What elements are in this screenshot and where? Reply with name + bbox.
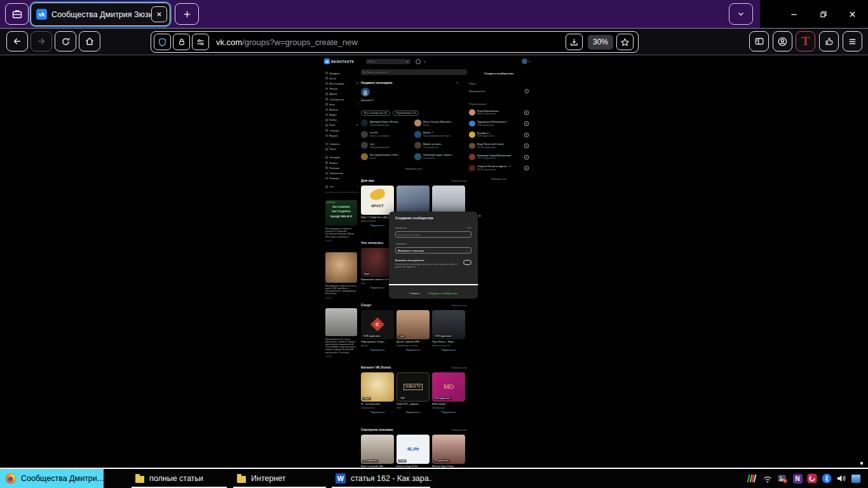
subscribe-link[interactable]: Подписаться <box>397 411 430 414</box>
red-swirl-app-icon[interactable] <box>807 473 817 484</box>
section-show-all-link[interactable]: Показать все <box>452 179 467 182</box>
recommended-community[interactable]: Подслушано Юбилейное ✓ 1,4M подписчиков … <box>469 119 529 128</box>
user-avatar[interactable] <box>522 58 527 64</box>
menu-button[interactable] <box>843 31 862 51</box>
sidebar-item[interactable]: Закладки <box>325 155 358 160</box>
sidebar-item[interactable]: Маркет <box>325 133 358 138</box>
tab-list-button[interactable] <box>729 3 753 25</box>
network-icon[interactable] <box>763 473 773 484</box>
subscribe-plus-button[interactable]: + <box>524 155 529 159</box>
sidebar-item[interactable]: Сообщества <box>325 97 358 102</box>
community-card[interactable]: 4Life 41 друг Бизнес Клуб 4Life Предприн… <box>397 435 430 470</box>
show-all-link[interactable]: Показать все <box>469 177 529 180</box>
sidebar-item[interactable]: Профиль <box>325 71 358 76</box>
create-community-button[interactable]: Создать сообщество <box>469 72 529 75</box>
downloads-button[interactable] <box>566 34 583 50</box>
recommended-community[interactable]: Влад Пасечный | Lovely 778,8K подписчико… <box>469 142 529 150</box>
sidebar-item[interactable]: тест 1 <box>325 184 358 189</box>
permissions-button[interactable] <box>192 34 209 50</box>
subscribe-link[interactable]: Подписаться <box>361 411 394 414</box>
sidebar-item[interactable]: Клипы <box>325 118 358 123</box>
cancel-button[interactable]: Отмена <box>409 292 419 295</box>
recommended-community[interactable]: Юлия Барановская 898,8K подписчиков + <box>469 109 529 117</box>
display-icon[interactable] <box>851 473 861 484</box>
extension-t-icon[interactable] <box>796 31 815 51</box>
restore-button[interactable] <box>808 0 837 28</box>
search-link[interactable]: Поиск <box>469 82 529 85</box>
remove-icon[interactable]: − <box>525 89 529 93</box>
community-item[interactable]: Дмитрий Зюзин | Интер... Программировани… <box>361 119 414 126</box>
community-item[interactable]: Baxter ✓ Программирование/Обмен... <box>414 131 467 138</box>
url-bar[interactable]: vk.com/groups?w=groups_create_new 30% <box>151 31 639 53</box>
community-name-input[interactable]: Введите название <box>395 231 471 238</box>
tab-all-communities[interactable]: Все сообщества 40 <box>361 111 390 116</box>
taskbar-button[interactable]: полные статьи <box>130 469 229 488</box>
subscribe-link[interactable]: Подписаться <box>397 349 430 351</box>
tab-close-button[interactable] <box>151 6 167 22</box>
sidebar-item[interactable]: Управление <box>325 170 358 175</box>
ad-card[interactable]: Преображение 50+, путь в миллионеры. seb… <box>325 308 357 358</box>
community-card[interactable]: МО 8,1K подписчиков Мой обряд • Прорицан… <box>432 372 465 419</box>
sidebar-item[interactable]: Стикеры <box>325 128 358 133</box>
back-button[interactable] <box>6 31 28 51</box>
sidebar-item[interactable]: Мессенджер 14 <box>325 81 358 86</box>
subscribe-plus-button[interactable]: + <box>524 111 529 115</box>
account-button[interactable] <box>773 31 792 51</box>
bluetooth-icon[interactable] <box>822 473 832 484</box>
subscribe-link[interactable]: Подписаться <box>432 349 465 351</box>
dismiss-recent-icon[interactable]: × <box>456 81 458 85</box>
ad-card[interactable]: HOSTKEY РАССКАЖЕМ, КАК ПОДНЯТЬ SLA ДО 99… <box>325 200 357 242</box>
sidebar-item[interactable]: Файлы <box>325 160 358 165</box>
photos-alert-icon[interactable] <box>777 473 787 484</box>
recent-community-avatar[interactable] <box>361 88 370 97</box>
section-show-all-link[interactable]: Показать все <box>452 428 467 431</box>
music-icon[interactable]: ♪ <box>424 60 426 64</box>
messages-icon[interactable]: … <box>416 59 421 64</box>
subscribe-plus-button[interactable]: + <box>524 121 529 126</box>
sidebar-item[interactable]: Сервисы <box>325 141 358 146</box>
taskbar-button[interactable]: Интернет <box>231 469 328 488</box>
recommended-community[interactable]: Сборная России по футбо... ✓ 880,8K подп… <box>469 164 529 172</box>
taskbar-button[interactable]: статья 162 - Как зара... <box>330 469 432 488</box>
sidebar-item[interactable]: Лента <box>325 76 358 81</box>
avatar-chevron-icon[interactable]: ▾ <box>529 60 530 63</box>
sidebar-item[interactable]: Фото 3 <box>325 102 358 107</box>
subscribe-link[interactable]: Подписаться <box>432 411 465 414</box>
tab-managed[interactable]: Управляемые 13 <box>393 111 419 116</box>
community-item[interactable]: Время на лечо... Основной план <box>414 142 467 149</box>
volume-icon[interactable] <box>836 473 846 484</box>
subscribe-plus-button[interactable]: + <box>524 166 529 170</box>
connection-lock-button[interactable] <box>173 34 190 50</box>
like-extension-button[interactable] <box>819 31 839 51</box>
community-item[interactable]: Илья Сотник | Мьюзикл... Блоги <box>414 119 467 126</box>
close-window-button[interactable] <box>837 0 867 28</box>
basic-tools-toggle[interactable] <box>463 260 471 265</box>
community-card[interactable]: 4 друга Я – воспитатель. Образование Под… <box>361 372 394 419</box>
recommended-community[interactable]: Ковальчик Сергей Васильевич 772,7K подпи… <box>469 153 529 161</box>
forward-button[interactable] <box>31 31 52 51</box>
community-card[interactable]: DUBLIK TV 1 друг DubLikTV – дорам... Кин… <box>397 372 430 419</box>
community-card[interactable]: 1 друг Денис Серёгин IFB... Бодибилдинг-… <box>397 310 430 357</box>
community-card[interactable]: 172 подписчика Влог Снобной | Ма... Пред… <box>361 435 394 470</box>
recommended-community[interactable]: Юни Вест ✓ 822K подписчиков + <box>469 131 529 139</box>
vk-header-search[interactable]: Поиск × <box>366 59 410 64</box>
sidebar-item[interactable]: Музыка <box>325 107 358 112</box>
sidebar-toggle-button[interactable] <box>749 31 769 51</box>
subscribe-link[interactable]: Подписаться <box>361 349 394 351</box>
create-community-submit-button[interactable]: Создать сообщество <box>428 292 458 295</box>
taskbar-button[interactable]: Сообщества Дмитри... <box>0 469 104 488</box>
events-link[interactable]: Мероприятия <box>469 90 485 93</box>
stripes-app-icon[interactable] <box>747 473 757 484</box>
community-card[interactable]: 17,9K подписчиков Путь Блога – Крис... Б… <box>432 310 465 357</box>
bookmark-button[interactable] <box>616 34 634 50</box>
clear-search-icon[interactable]: × <box>407 60 409 63</box>
vk-logo-icon[interactable]: vk <box>324 58 330 64</box>
new-tab-button[interactable] <box>175 3 199 25</box>
subscribe-plus-button[interactable]: + <box>524 133 529 137</box>
communities-search-input[interactable]: Поиск сообществ <box>361 69 467 75</box>
vk-logo-text[interactable]: ВКОНТАКТЕ <box>331 60 355 64</box>
sidebar-item[interactable]: Друзья <box>325 92 358 97</box>
community-item[interactable]: тест10 Бизнес и экономика <box>361 131 414 138</box>
section-show-all-link[interactable]: Показать все <box>452 304 467 307</box>
n-app-icon[interactable]: N <box>792 473 803 484</box>
